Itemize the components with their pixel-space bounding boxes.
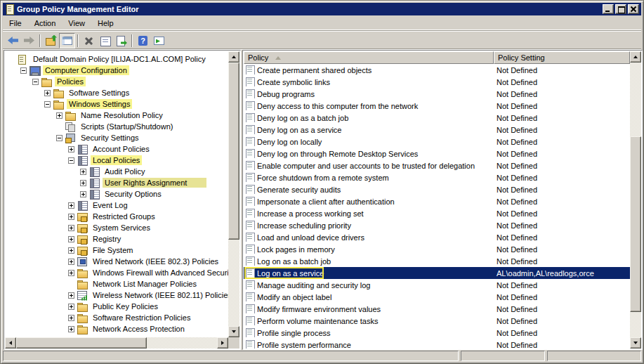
tree-item-label[interactable]: Software Settings (67, 88, 131, 98)
expand-icon[interactable] (68, 315, 74, 321)
collapse-icon[interactable] (56, 135, 63, 141)
tree-item-label[interactable]: Computer Configuration (43, 65, 129, 75)
menu-help[interactable]: Help (91, 18, 120, 29)
back-button[interactable] (5, 33, 21, 48)
tree-vertical-scrollbar[interactable] (228, 51, 239, 337)
expand-icon[interactable] (68, 202, 74, 209)
policy-row[interactable]: Manage auditing and security logNot Defi… (244, 279, 630, 291)
expand-icon[interactable] (80, 180, 86, 186)
collapse-icon[interactable] (44, 101, 51, 108)
collapse-icon[interactable] (20, 67, 27, 74)
tree-horizontal-scrollbar[interactable] (5, 337, 228, 349)
tree-item-label[interactable]: Audit Policy (103, 167, 147, 176)
policy-row[interactable]: Impersonate a client after authenticatio… (244, 195, 630, 207)
expand-icon[interactable] (80, 169, 86, 175)
menu-action[interactable]: Action (28, 18, 63, 29)
scroll-down-button[interactable] (630, 337, 641, 349)
expand-icon[interactable] (68, 292, 74, 299)
tree-item-label[interactable]: Local Policies (91, 155, 142, 165)
tree-item-label[interactable]: User Rights Assignment (103, 178, 206, 188)
scroll-left-button[interactable] (5, 337, 16, 349)
policy-row[interactable]: Deny log on as a batch jobNot Defined (244, 112, 630, 124)
expand-icon[interactable] (68, 304, 74, 310)
tree-item-label[interactable]: File System (91, 245, 135, 255)
maximize-button[interactable] (615, 4, 626, 14)
policy-row[interactable]: Deny log on through Remote Desktop Servi… (244, 148, 630, 160)
policy-row[interactable]: Force shutdown from a remote systemNot D… (244, 171, 630, 183)
policy-row[interactable]: Increase a process working setNot Define… (244, 207, 630, 219)
policy-row[interactable]: Load and unload device driversNot Define… (244, 231, 630, 243)
policy-row[interactable]: Lock pages in memoryNot Defined (244, 243, 630, 255)
menu-file[interactable]: File (3, 18, 28, 29)
scroll-thumb[interactable] (630, 136, 641, 312)
tree-item-label[interactable]: Windows Firewall with Advanced Security (91, 268, 228, 278)
tree-item-label[interactable]: Software Restriction Policies (91, 313, 192, 323)
expand-icon[interactable] (68, 146, 74, 152)
policy-row[interactable]: Modify firmware environment valuesNot De… (244, 303, 630, 315)
tree-item-label[interactable]: System Services (91, 223, 152, 233)
tree-item-label[interactable]: Wired Network (IEEE 802.3) Policies (91, 256, 221, 266)
scroll-thumb[interactable] (228, 63, 239, 240)
tree-item-label[interactable]: Name Resolution Policy (79, 110, 165, 120)
show-hide-console-tree-button[interactable] (59, 33, 75, 48)
policy-row[interactable]: Debug programsNot Defined (244, 88, 630, 100)
tree-item-label[interactable]: Registry (91, 234, 123, 244)
tree-item-label[interactable]: Windows Settings (67, 99, 132, 109)
list-vertical-scrollbar[interactable] (630, 51, 641, 349)
export-list-button[interactable] (113, 33, 129, 48)
expand-icon[interactable] (68, 236, 74, 242)
tree-item-label[interactable]: Policies (55, 77, 86, 86)
collapse-icon[interactable] (68, 157, 74, 164)
tree-item-label[interactable]: Restricted Groups (91, 212, 157, 221)
scroll-up-button[interactable] (630, 51, 641, 63)
policy-row[interactable]: Profile system performanceNot Defined (244, 339, 630, 349)
show-hide-action-pane-button[interactable] (151, 33, 167, 48)
tree-item-label[interactable]: Wireless Network (IEEE 802.11) Policies (91, 290, 228, 300)
policy-row[interactable]: Profile single processNot Defined (244, 327, 630, 339)
forward-button[interactable] (21, 33, 37, 48)
expand-icon[interactable] (80, 191, 86, 197)
column-header-policy[interactable]: Policy (244, 51, 494, 64)
policy-row[interactable]: Modify an object labelNot Defined (244, 291, 630, 303)
policy-row[interactable]: Deny log on as a serviceNot Defined (244, 124, 630, 136)
properties-button[interactable] (97, 33, 113, 48)
scroll-up-button[interactable] (228, 51, 239, 63)
expand-icon[interactable] (68, 326, 74, 332)
tree-item-label[interactable]: Scripts (Startup/Shutdown) (79, 122, 175, 131)
tree-item-label[interactable]: Network List Manager Policies (91, 279, 199, 289)
collapse-icon[interactable] (32, 79, 39, 85)
expand-icon[interactable] (68, 247, 74, 254)
menu-view[interactable]: View (62, 18, 91, 29)
title-bar[interactable]: Group Policy Management Editor (3, 3, 641, 15)
policy-row[interactable]: Perform volume maintenance tasksNot Defi… (244, 315, 630, 327)
expand-icon[interactable] (44, 90, 51, 96)
expand-icon[interactable] (56, 112, 63, 119)
tree-item-label[interactable]: Event Log (91, 200, 130, 210)
policy-row[interactable]: Enable computer and user accounts to be … (244, 160, 630, 171)
close-button[interactable] (628, 4, 639, 14)
help-button[interactable] (135, 33, 151, 48)
delete-button[interactable] (81, 33, 97, 48)
policy-row[interactable]: Deny log on locallyNot Defined (244, 136, 630, 148)
scroll-thumb[interactable] (16, 337, 147, 349)
tree-item-label[interactable]: Network Access Protection (91, 324, 187, 334)
expand-icon[interactable] (68, 225, 74, 231)
tree-item-label[interactable]: Security Settings (79, 133, 141, 143)
policy-row[interactable]: Create permanent shared objectsNot Defin… (244, 64, 630, 76)
column-header-policy-setting[interactable]: Policy Setting (494, 51, 630, 64)
policy-row[interactable]: Create symbolic linksNot Defined (244, 76, 630, 88)
up-one-level-button[interactable] (43, 33, 59, 48)
policy-row[interactable]: Log on as a serviceAL\oadmin,AL\readlogs… (244, 267, 630, 279)
policy-row[interactable]: Increase scheduling priorityNot Defined (244, 219, 630, 231)
policy-row[interactable]: Generate security auditsNot Defined (244, 183, 630, 195)
expand-icon[interactable] (68, 270, 74, 276)
policy-row[interactable]: Deny access to this computer from the ne… (244, 100, 630, 112)
scroll-right-button[interactable] (217, 337, 228, 349)
tree-item-label[interactable]: Public Key Policies (91, 301, 160, 311)
scroll-down-button[interactable] (228, 326, 239, 337)
tree-item-label[interactable]: Security Options (103, 189, 164, 199)
expand-icon[interactable] (68, 259, 74, 265)
tree-item-label[interactable]: Account Policies (91, 144, 152, 154)
policy-row[interactable]: Log on as a batch jobNot Defined (244, 255, 630, 267)
tree-item-label[interactable]: Default Domain Policy [ILIJA-DC1.AL.COM]… (31, 54, 208, 64)
